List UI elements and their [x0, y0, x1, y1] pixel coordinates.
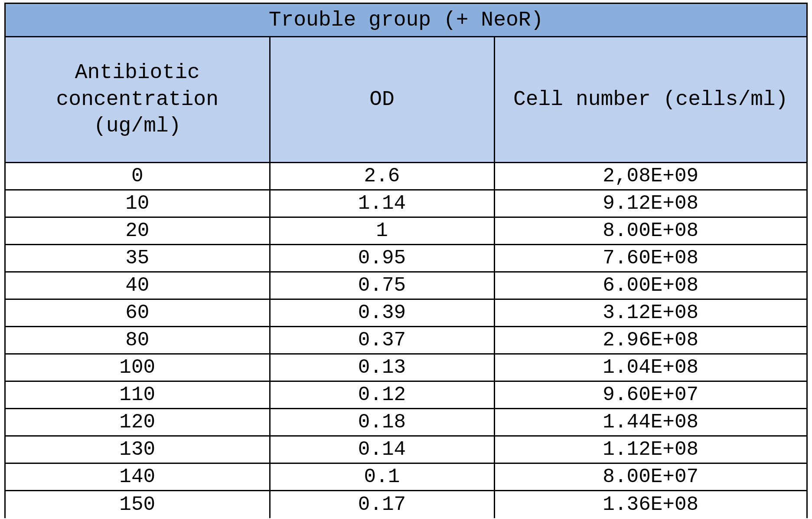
table-row: 10 1.14 9.12E+08 [5, 190, 807, 217]
cell-cells: 6.00E+08 [494, 272, 807, 299]
table-row: 120 0.18 1.44E+08 [5, 409, 807, 436]
table-row: 0 2.6 2,08E+09 [5, 163, 807, 190]
cell-cells: 8.00E+07 [494, 463, 807, 491]
cell-concentration: 20 [5, 217, 270, 245]
cell-od: 0.37 [270, 327, 494, 354]
cell-od: 1 [270, 217, 494, 245]
cell-cells: 1.44E+08 [494, 409, 807, 436]
cell-od: 0.1 [270, 463, 494, 491]
cell-concentration: 35 [5, 245, 270, 272]
cell-cells: 2,08E+09 [494, 163, 807, 190]
cell-concentration: 140 [5, 463, 270, 491]
cell-od: 0.12 [270, 381, 494, 409]
cell-cells: 9.12E+08 [494, 190, 807, 217]
cell-od: 0.39 [270, 299, 494, 327]
cell-cells: 1.04E+08 [494, 354, 807, 381]
cell-od: 0.75 [270, 272, 494, 299]
table-row: 20 1 8.00E+08 [5, 217, 807, 245]
table-row: 130 0.14 1.12E+08 [5, 436, 807, 463]
cell-concentration: 80 [5, 327, 270, 354]
cell-cells: 8.00E+08 [494, 217, 807, 245]
table-row: 150 0.17 1.36E+08 [5, 491, 807, 518]
cell-concentration: 40 [5, 272, 270, 299]
col-header-cells: Cell number (cells/ml) [494, 37, 807, 163]
cell-od: 0.14 [270, 436, 494, 463]
cell-concentration: 150 [5, 491, 270, 518]
table-row: 40 0.75 6.00E+08 [5, 272, 807, 299]
cell-concentration: 60 [5, 299, 270, 327]
table-row: 35 0.95 7.60E+08 [5, 245, 807, 272]
col-header-od: OD [270, 37, 494, 163]
cell-od: 0.95 [270, 245, 494, 272]
cell-cells: 1.12E+08 [494, 436, 807, 463]
data-table: Trouble group (+ NeoR) Antibiotic concen… [4, 3, 808, 518]
table-row: 60 0.39 3.12E+08 [5, 299, 807, 327]
cell-od: 0.18 [270, 409, 494, 436]
table-header-row: Antibiotic concentration (ug/ml) OD Cell… [5, 37, 807, 163]
table-title: Trouble group (+ NeoR) [5, 3, 807, 37]
table-row: 100 0.13 1.04E+08 [5, 354, 807, 381]
table-row: 140 0.1 8.00E+07 [5, 463, 807, 491]
cell-concentration: 120 [5, 409, 270, 436]
cell-concentration: 100 [5, 354, 270, 381]
cell-od: 0.17 [270, 491, 494, 518]
cell-concentration: 0 [5, 163, 270, 190]
cell-cells: 3.12E+08 [494, 299, 807, 327]
table-title-row: Trouble group (+ NeoR) [5, 3, 807, 37]
table-row: 80 0.37 2.96E+08 [5, 327, 807, 354]
col-header-concentration: Antibiotic concentration (ug/ml) [5, 37, 270, 163]
cell-concentration: 130 [5, 436, 270, 463]
cell-od: 1.14 [270, 190, 494, 217]
table-container: Trouble group (+ NeoR) Antibiotic concen… [0, 0, 812, 518]
table-body: 0 2.6 2,08E+09 10 1.14 9.12E+08 20 1 8.0… [5, 163, 807, 518]
cell-cells: 9.60E+07 [494, 381, 807, 409]
table-row: 110 0.12 9.60E+07 [5, 381, 807, 409]
cell-od: 2.6 [270, 163, 494, 190]
cell-cells: 2.96E+08 [494, 327, 807, 354]
cell-concentration: 10 [5, 190, 270, 217]
cell-concentration: 110 [5, 381, 270, 409]
cell-cells: 1.36E+08 [494, 491, 807, 518]
cell-od: 0.13 [270, 354, 494, 381]
cell-cells: 7.60E+08 [494, 245, 807, 272]
